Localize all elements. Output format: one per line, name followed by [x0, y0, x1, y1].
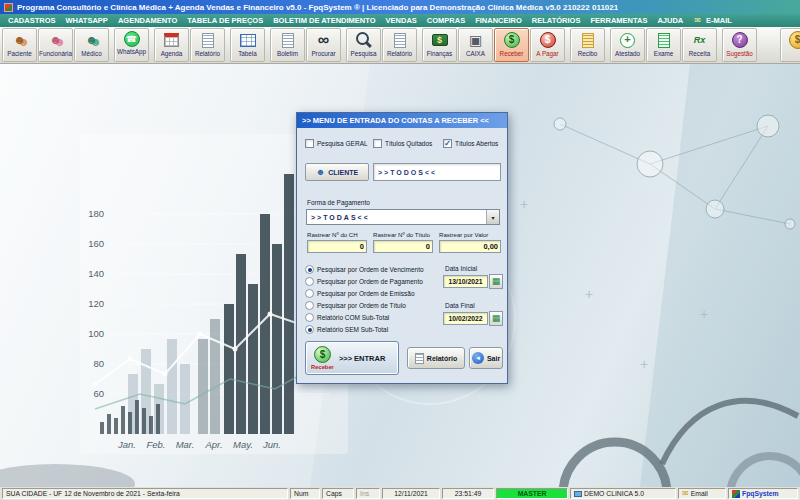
- status-email-text: Email: [691, 490, 708, 497]
- toolbar-button-apagar[interactable]: A Pagar: [530, 28, 565, 62]
- exam-icon: [658, 33, 670, 48]
- toolbar-label-pesquisa: Pesquisa: [351, 50, 377, 57]
- radio-ordem-titulo[interactable]: Pesquisar por Ordem de Título: [305, 301, 406, 310]
- toolbar-button-paciente[interactable]: Paciente: [2, 28, 37, 62]
- radio-relatorio-sem-subtotal[interactable]: Relatório SEM Sub-Total: [305, 325, 388, 334]
- pay-money-icon: [540, 32, 556, 48]
- rastrear-titulo-field[interactable]: [373, 240, 433, 253]
- toolbar-button-relatorio-pesquisa[interactable]: Relatório: [382, 28, 417, 62]
- toolbar-button-funcionaria[interactable]: Funcionária: [38, 28, 73, 62]
- checkbox-pesquisa-geral[interactable]: Pesquisa GERAL: [305, 139, 368, 148]
- status-capslock: Caps: [322, 488, 354, 499]
- radio-dot: [305, 289, 314, 298]
- menu-vendas[interactable]: VENDAS: [381, 16, 422, 25]
- rastrear-ch-field[interactable]: [307, 240, 367, 253]
- bg-ytick: 160: [88, 238, 104, 249]
- toolbar-button-sugestao[interactable]: Sugestão: [722, 28, 757, 62]
- entrar-button[interactable]: $ Receber >>> ENTRAR: [305, 341, 399, 375]
- toolbar-button-caixa[interactable]: CAIXA: [458, 28, 493, 62]
- radio-ordem-emissao[interactable]: Pesquisar por Ordem de Emissão: [305, 289, 415, 298]
- toolbar-button-whatsapp[interactable]: WhatsApp: [114, 28, 149, 62]
- forma-pagamento-select[interactable]: >>TODAS<< ▾: [306, 209, 500, 225]
- status-ins-text: Ins: [360, 490, 369, 497]
- radio-label: Relatório SEM Sub-Total: [317, 326, 388, 333]
- rastrear-titulo-label: Rastrear Nº do Título: [373, 231, 430, 238]
- menu-email[interactable]: E-MAIL: [701, 16, 737, 25]
- toolbar-button-medico[interactable]: Médico: [74, 28, 109, 62]
- sair-button[interactable]: ◄ Sair: [469, 347, 503, 369]
- monitor-icon: [574, 491, 582, 497]
- bulletin-icon: [282, 33, 294, 48]
- bg-month: May.: [233, 439, 253, 450]
- menu-ajuda[interactable]: AJUDA: [652, 16, 688, 25]
- bg-ytick: 120: [88, 298, 104, 309]
- menu-compras[interactable]: COMPRAS: [422, 16, 470, 25]
- certificate-icon: [620, 33, 635, 48]
- app-icon: [4, 3, 13, 12]
- status-email-button[interactable]: ✉ Email: [678, 488, 726, 499]
- checkbox-label: Títulos Quitados: [385, 140, 432, 147]
- toolbar-button-atestado[interactable]: Atestado: [610, 28, 645, 62]
- rastrear-valor-field[interactable]: [439, 240, 501, 253]
- radio-ordem-vencimento[interactable]: Pesquisar por Ordem de Vencimento: [305, 265, 424, 274]
- calendar-grid-icon: ▦: [492, 277, 501, 286]
- radio-label: Pesquisar por Ordem de Pagamento: [317, 278, 423, 285]
- toolbar-label-boletim: Boletim: [277, 50, 298, 57]
- checkbox-titulos-abertos[interactable]: Títulos Abertos: [443, 139, 498, 148]
- status-date: 12/11/2021: [382, 488, 440, 499]
- calendar-icon: [164, 33, 179, 47]
- bg-ytick: 100: [88, 328, 104, 339]
- client-icon: [316, 167, 325, 177]
- menu-tabela-precos[interactable]: TABELA DE PREÇOS: [182, 16, 268, 25]
- toolbar-button-pesquisa[interactable]: Pesquisa: [346, 28, 381, 62]
- menu-whatsapp[interactable]: WHATSAPP: [61, 16, 113, 25]
- bg-ytick: 60: [93, 388, 104, 399]
- forma-pagamento-value: >>TODAS<<: [307, 210, 486, 224]
- cliente-button[interactable]: CLIENTE: [305, 163, 369, 181]
- status-insert: Ins: [356, 488, 380, 499]
- toolbar-label-receita: Receita: [689, 50, 710, 57]
- toolbar-label-receber: Receber: [500, 50, 524, 57]
- menu-financeiro[interactable]: FINANCEIRO: [470, 16, 527, 25]
- data-inicial-calendar-button[interactable]: ▦: [489, 274, 503, 289]
- menu-relatorios[interactable]: RELATÓRIOS: [527, 16, 586, 25]
- toolbar-button-moeda[interactable]: [780, 28, 800, 62]
- status-location: SUA CIDADE - UF 12 de Novembro de 2021 -…: [2, 488, 288, 499]
- chevron-down-icon[interactable]: ▾: [486, 210, 499, 224]
- cliente-field[interactable]: [373, 163, 501, 181]
- svg-text:+: +: [520, 196, 528, 212]
- work-area: 180 160 140 120 100 80 60 Jan. Feb. Mar.…: [0, 64, 800, 487]
- radio-dot-selected: [305, 265, 314, 274]
- menu-agendamento[interactable]: AGENDAMENTO: [113, 16, 182, 25]
- toolbar-button-procurar[interactable]: Procurar: [306, 28, 341, 62]
- menu-ferramentas[interactable]: FERRAMENTAS: [585, 16, 652, 25]
- radio-ordem-pagamento[interactable]: Pesquisar por Ordem de Pagamento: [305, 277, 423, 286]
- data-final-field[interactable]: [443, 312, 488, 325]
- relatorio-button[interactable]: Relatório: [407, 347, 465, 369]
- data-inicial-field[interactable]: [443, 275, 488, 288]
- table-icon: [240, 34, 256, 47]
- checkbox-titulos-quitados[interactable]: Títulos Quitados: [373, 139, 432, 148]
- toolbar-label-procurar: Procurar: [311, 50, 335, 57]
- toolbar-button-exame[interactable]: Exame: [646, 28, 681, 62]
- toolbar-button-receita[interactable]: Receita: [682, 28, 717, 62]
- toolbar-button-boletim[interactable]: Boletim: [270, 28, 305, 62]
- dialog-titlebar[interactable]: >> MENU DE ENTRADA DO CONTAS A RECEBER <…: [297, 113, 507, 128]
- status-location-text: SUA CIDADE - UF 12 de Novembro de 2021 -…: [6, 490, 180, 497]
- receipt-icon: [582, 33, 594, 48]
- menu-boletim[interactable]: BOLETIM DE ATENDIMENTO: [268, 16, 380, 25]
- contas-a-receber-dialog: >> MENU DE ENTRADA DO CONTAS A RECEBER <…: [296, 112, 508, 384]
- toolbar-button-receber[interactable]: Receber: [494, 28, 529, 62]
- status-brand[interactable]: FpqSystem: [728, 488, 798, 499]
- data-final-calendar-button[interactable]: ▦: [489, 311, 503, 326]
- toolbar-button-relatorio-agenda[interactable]: Relatório: [190, 28, 225, 62]
- toolbar-button-tabela[interactable]: Tabela: [230, 28, 265, 62]
- toolbar-button-agenda[interactable]: Agenda: [154, 28, 189, 62]
- rastrear-valor-label: Rastrear por Valor: [439, 231, 488, 238]
- toolbar-button-financas[interactable]: Finanças: [422, 28, 457, 62]
- menu-cadastros[interactable]: CADASTROS: [3, 16, 61, 25]
- toolbar-label-apagar: A Pagar: [536, 50, 558, 57]
- report-icon: [394, 33, 406, 48]
- toolbar-button-recibo[interactable]: Recibo: [570, 28, 605, 62]
- radio-relatorio-com-subtotal[interactable]: Relatório COM Sub-Total: [305, 313, 389, 322]
